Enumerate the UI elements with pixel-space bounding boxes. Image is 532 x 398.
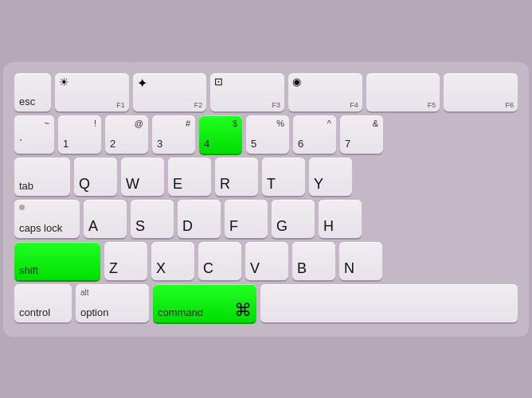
key-shift-left[interactable]: shift xyxy=(14,242,100,280)
key1-top: ! xyxy=(94,119,96,128)
command-label: command xyxy=(158,307,203,318)
key-f6[interactable]: F6 xyxy=(444,73,518,111)
fn-row: esc ☀ F1 ✦ F2 ⊡ F3 ◉ F4 F5 F6 xyxy=(14,73,518,111)
key1-bottom: 1 xyxy=(63,139,68,150)
w-label: W xyxy=(126,176,139,193)
s-label: S xyxy=(135,218,145,235)
command-symbol: ⌘ xyxy=(234,300,252,321)
capslock-label: caps lock xyxy=(19,223,62,234)
key-z[interactable]: Z xyxy=(104,242,147,280)
key-f1[interactable]: ☀ F1 xyxy=(55,73,129,111)
key-s[interactable]: S xyxy=(131,200,174,238)
f3-label: F3 xyxy=(272,101,281,109)
key-6[interactable]: ^ 6 xyxy=(293,115,336,154)
key6-top: ^ xyxy=(327,119,331,128)
key-v[interactable]: V xyxy=(245,242,288,280)
a-label: A xyxy=(88,218,98,235)
f-label: F xyxy=(229,218,238,235)
key3-bottom: 3 xyxy=(157,139,162,150)
f6-label: F6 xyxy=(506,101,514,109)
zxcv-row: shift Z X C V B N xyxy=(14,242,518,280)
qwerty-row: tab Q W E R T Y xyxy=(14,158,518,196)
key-g[interactable]: G xyxy=(272,200,315,238)
key-4[interactable]: $ 4 xyxy=(199,115,242,154)
key2-bottom: 2 xyxy=(110,139,115,150)
key-n[interactable]: N xyxy=(339,242,382,280)
f2-icon: ✦ xyxy=(137,76,147,91)
f1-label: F1 xyxy=(116,101,125,109)
g-label: G xyxy=(276,218,288,235)
n-label: N xyxy=(344,260,354,277)
key-f2[interactable]: ✦ F2 xyxy=(133,73,207,111)
key-h[interactable]: H xyxy=(319,200,362,238)
tab-label: tab xyxy=(19,181,33,192)
key-2[interactable]: @ 2 xyxy=(105,115,148,154)
key-3[interactable]: # 3 xyxy=(152,115,195,154)
f4-icon: ◉ xyxy=(292,76,301,88)
key4-bottom: 4 xyxy=(204,139,209,150)
q-label: Q xyxy=(79,176,90,193)
key-y[interactable]: Y xyxy=(309,158,352,196)
f5-label: F5 xyxy=(428,101,436,109)
control-label: control xyxy=(19,307,50,318)
key-r[interactable]: R xyxy=(215,158,258,196)
key5-top: % xyxy=(276,119,284,128)
b-label: B xyxy=(297,260,307,277)
key-5[interactable]: % 5 xyxy=(246,115,289,154)
e-label: E xyxy=(173,176,182,193)
key-w[interactable]: W xyxy=(121,158,164,196)
key5-bottom: 5 xyxy=(251,139,256,150)
key-a[interactable]: A xyxy=(84,200,127,238)
key-q[interactable]: Q xyxy=(74,158,117,196)
key2-top: @ xyxy=(135,119,143,128)
key-d[interactable]: D xyxy=(178,200,221,238)
key4-top: $ xyxy=(233,119,237,128)
f2-label: F2 xyxy=(194,101,203,109)
alt-sublabel: alt xyxy=(80,288,89,297)
x-label: X xyxy=(156,260,166,277)
key3-top: # xyxy=(186,119,190,128)
key-f5[interactable]: F5 xyxy=(366,73,440,111)
capslock-dot xyxy=(19,205,25,210)
f1-icon: ☀ xyxy=(59,76,69,88)
key6-bottom: 6 xyxy=(298,139,303,150)
key-control[interactable]: control xyxy=(14,284,72,322)
key-tilde[interactable]: ~ ` xyxy=(14,115,54,154)
f3-icon: ⊡ xyxy=(214,76,223,88)
key-option[interactable]: alt option xyxy=(76,284,149,322)
asdf-row: caps lock A S D F G H xyxy=(14,200,518,238)
key7-bottom: 7 xyxy=(345,139,350,150)
z-label: Z xyxy=(109,260,118,277)
key-capslock[interactable]: caps lock xyxy=(14,200,80,238)
key-esc-label: esc xyxy=(19,96,35,107)
key7-top: & xyxy=(373,119,378,128)
keyboard: esc ☀ F1 ✦ F2 ⊡ F3 ◉ F4 F5 F6 ~ ` xyxy=(3,62,529,337)
tilde-bottom: ` xyxy=(19,139,22,150)
key-e[interactable]: E xyxy=(168,158,211,196)
key-tab[interactable]: tab xyxy=(14,158,70,196)
key-f[interactable]: F xyxy=(225,200,268,238)
key-f4[interactable]: ◉ F4 xyxy=(288,73,362,111)
option-label: option xyxy=(80,307,108,318)
shift-left-label: shift xyxy=(19,265,38,276)
r-label: R xyxy=(220,176,230,193)
f4-label: F4 xyxy=(350,101,358,109)
num-row: ~ ` ! 1 @ 2 # 3 $ 4 % 5 ^ 6 & 7 xyxy=(14,115,518,154)
t-label: T xyxy=(267,176,276,193)
key-command[interactable]: command ⌘ xyxy=(153,284,256,322)
y-label: Y xyxy=(314,176,323,193)
key-1[interactable]: ! 1 xyxy=(58,115,101,154)
key-7[interactable]: & 7 xyxy=(340,115,383,154)
bottom-row: control alt option command ⌘ xyxy=(14,284,518,322)
key-c[interactable]: C xyxy=(198,242,241,280)
key-t[interactable]: T xyxy=(262,158,305,196)
key-space[interactable] xyxy=(260,284,518,322)
key-x[interactable]: X xyxy=(151,242,194,280)
key-f3[interactable]: ⊡ F3 xyxy=(210,73,284,111)
tilde-top: ~ xyxy=(45,119,49,128)
key-b[interactable]: B xyxy=(292,242,335,280)
c-label: C xyxy=(203,260,213,277)
key-esc[interactable]: esc xyxy=(14,73,51,111)
h-label: H xyxy=(323,218,334,235)
v-label: V xyxy=(250,260,260,277)
